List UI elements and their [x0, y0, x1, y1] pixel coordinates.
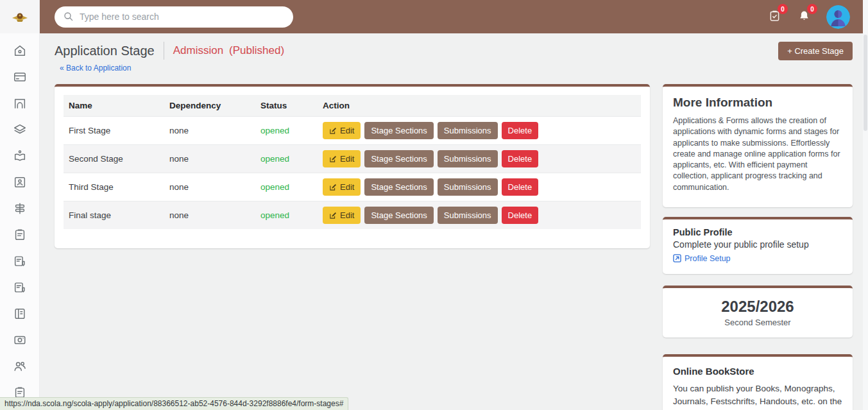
stage-dependency: none — [164, 173, 255, 201]
session-year: 2025/2026 — [673, 298, 842, 316]
sidebar-item-levels[interactable] — [13, 123, 27, 137]
scrollbar-track[interactable] — [863, 0, 868, 410]
content-area: Name Dependency Status Action First Stag… — [55, 84, 853, 410]
search-box[interactable] — [55, 6, 293, 28]
column-header-name: Name — [64, 95, 164, 117]
delete-button[interactable]: Delete — [502, 122, 539, 139]
main-content: Application Stage Admission (Published) … — [40, 33, 863, 410]
session-card: 2025/2026 Second Semester — [663, 286, 853, 337]
stage-sections-button[interactable]: Stage Sections — [364, 178, 433, 196]
topbar-actions: 0 0 — [767, 5, 850, 29]
create-stage-button[interactable]: + Create Stage — [778, 42, 853, 60]
page-title: Application Stage — [55, 44, 155, 58]
notifications-button[interactable]: 0 — [797, 9, 811, 24]
app-logo[interactable] — [0, 0, 39, 33]
submissions-button[interactable]: Submissions — [438, 150, 498, 167]
pencil-square-icon — [329, 212, 337, 219]
sidebar-item-media[interactable] — [13, 333, 27, 347]
bookstore-card: Online BookStore You can publish your Bo… — [663, 354, 853, 410]
right-panel: More Information Applications & Forms al… — [663, 84, 853, 410]
submissions-button[interactable]: Submissions — [438, 178, 498, 196]
sidebar-item-students[interactable] — [13, 175, 27, 189]
sidebar-item-journal[interactable] — [13, 307, 27, 321]
table-row: First Stage none opened Edit Stage Secti… — [64, 117, 641, 145]
stage-name: First Stage — [64, 117, 164, 145]
sidebar-item-records[interactable] — [13, 280, 27, 295]
person-badge-icon — [13, 175, 27, 189]
title-divider — [164, 42, 164, 60]
delete-button[interactable]: Delete — [502, 207, 539, 224]
sidebar-item-payments[interactable] — [13, 70, 27, 84]
stage-dependency: none — [164, 201, 255, 230]
pencil-square-icon — [329, 127, 337, 135]
sidebar-item-reports[interactable] — [13, 254, 27, 268]
stage-dependency: none — [164, 117, 255, 145]
delete-button[interactable]: Delete — [502, 150, 539, 167]
pencil-square-icon — [329, 155, 337, 163]
sidebar-item-home[interactable] — [13, 44, 27, 58]
avatar-person-icon — [826, 5, 850, 29]
sidebar-item-applications[interactable] — [13, 228, 27, 242]
credit-card-icon — [13, 70, 27, 84]
open-book-icon — [13, 149, 27, 163]
submissions-button[interactable]: Submissions — [438, 207, 498, 224]
more-information-body: Applications & Forms allows the creation… — [673, 115, 842, 193]
stage-sections-button[interactable]: Stage Sections — [364, 122, 433, 139]
more-information-title: More Information — [673, 96, 842, 110]
sidebar — [0, 0, 40, 410]
user-avatar[interactable] — [826, 5, 850, 29]
more-information-card: More Information Applications & Forms al… — [663, 84, 853, 207]
stage-status: opened — [255, 145, 318, 173]
sidebar-item-navigation[interactable] — [13, 201, 27, 216]
tasks-badge: 0 — [778, 4, 788, 14]
search-icon — [63, 11, 74, 22]
home-icon — [13, 44, 27, 58]
camera-icon — [13, 333, 27, 347]
stage-status: opened — [255, 117, 318, 145]
edit-button[interactable]: Edit — [323, 122, 361, 139]
stage-sections-button[interactable]: Stage Sections — [364, 150, 433, 167]
column-header-action: Action — [318, 95, 641, 117]
table-row: Third Stage none opened Edit Stage Secti… — [64, 173, 641, 201]
clipboard-icon — [13, 228, 27, 242]
submissions-button[interactable]: Submissions — [438, 122, 498, 139]
table-row: Final stage none opened Edit Stage Secti… — [64, 201, 641, 230]
stage-name: Second Stage — [64, 145, 164, 173]
application-name: Admission — [173, 44, 223, 57]
sidebar-item-campus[interactable] — [13, 96, 27, 110]
public-profile-title: Public Profile — [673, 227, 842, 237]
stages-table-card: Name Dependency Status Action First Stag… — [55, 84, 650, 248]
edit-button[interactable]: Edit — [323, 207, 361, 224]
public-profile-card: Public Profile Complete your public prof… — [663, 217, 853, 275]
stages-table: Name Dependency Status Action First Stag… — [64, 95, 641, 229]
public-profile-body: Complete your public profile setup — [673, 239, 842, 250]
edit-button[interactable]: Edit — [323, 150, 361, 167]
tasks-button[interactable]: 0 — [767, 9, 781, 24]
stage-status: opened — [255, 173, 318, 201]
sidebar-item-users[interactable] — [13, 359, 27, 373]
session-semester: Second Semester — [673, 318, 842, 327]
table-header-row: Name Dependency Status Action — [64, 95, 641, 117]
document-pen-icon — [13, 280, 27, 295]
back-to-application-link[interactable]: « Back to Application — [60, 64, 131, 73]
layers-icon — [13, 123, 27, 137]
search-input[interactable] — [80, 12, 285, 22]
notebook-icon — [13, 307, 27, 321]
sidebar-item-courses[interactable] — [13, 149, 27, 163]
topbar: 0 0 — [40, 0, 863, 33]
box-arrow-icon — [673, 254, 681, 262]
profile-setup-link[interactable]: Profile Setup — [673, 254, 731, 263]
toggles-icon — [13, 201, 27, 216]
pencil-square-icon — [329, 184, 337, 191]
stage-dependency: none — [164, 145, 255, 173]
stage-status: opened — [255, 201, 318, 230]
application-status: (Published) — [229, 44, 284, 57]
people-icon — [13, 359, 27, 373]
delete-button[interactable]: Delete — [502, 178, 539, 196]
scrollbar-thumb[interactable] — [864, 35, 867, 131]
edit-button[interactable]: Edit — [323, 178, 361, 196]
stage-sections-button[interactable]: Stage Sections — [364, 207, 433, 224]
column-header-dependency: Dependency — [164, 95, 255, 117]
application-subtitle: Admission (Published) — [173, 44, 284, 57]
link-preview-statusbar: https://nda.scola.ng/scola-apply/applica… — [0, 397, 348, 410]
